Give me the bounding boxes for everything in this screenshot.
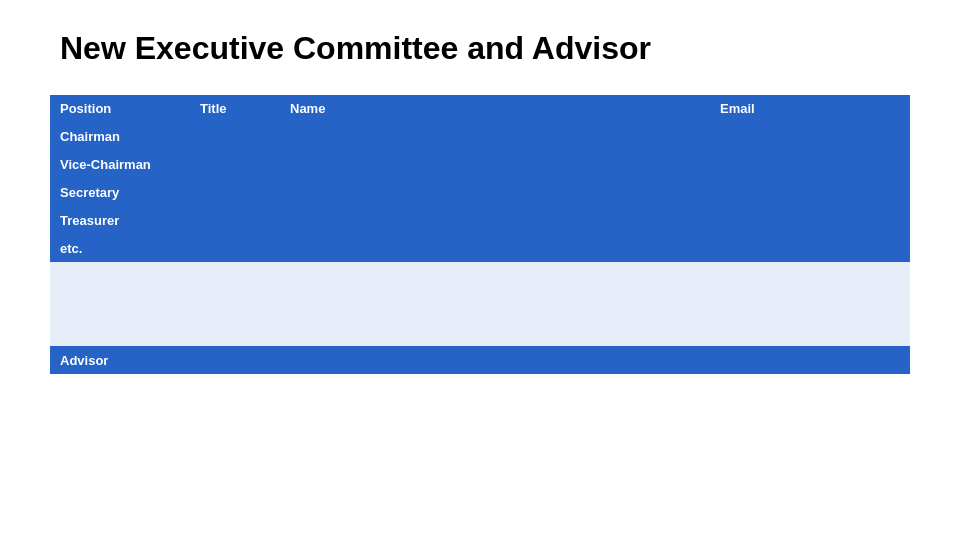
cell-name [280, 234, 710, 262]
cell-position: Secretary [50, 178, 190, 206]
table-row: Treasurer [50, 206, 910, 234]
cell-email [710, 290, 910, 318]
cell-position: Chairman [50, 122, 190, 150]
cell-title [190, 290, 280, 318]
cell-title [190, 318, 280, 346]
cell-position [50, 318, 190, 346]
cell-email [710, 206, 910, 234]
header-position: Position [50, 95, 190, 122]
cell-title [190, 122, 280, 150]
committee-table: Position Title Name Email ChairmanVice-C… [50, 95, 910, 374]
cell-name [280, 122, 710, 150]
cell-email [710, 178, 910, 206]
cell-email [710, 234, 910, 262]
cell-email [710, 150, 910, 178]
cell-position: Vice-Chairman [50, 150, 190, 178]
cell-email [710, 318, 910, 346]
cell-title [190, 262, 280, 290]
cell-email [710, 262, 910, 290]
table-container: Position Title Name Email ChairmanVice-C… [50, 95, 910, 374]
cell-position [50, 262, 190, 290]
table-row [50, 318, 910, 346]
table-row: Advisor [50, 346, 910, 374]
cell-name [280, 178, 710, 206]
cell-title [190, 234, 280, 262]
cell-name [280, 206, 710, 234]
header-title: Title [190, 95, 280, 122]
cell-title [190, 206, 280, 234]
cell-title [190, 150, 280, 178]
header-email: Email [710, 95, 910, 122]
cell-name [280, 346, 710, 374]
cell-email [710, 122, 910, 150]
table-row: Secretary [50, 178, 910, 206]
header-name: Name [280, 95, 710, 122]
cell-position: Treasurer [50, 206, 190, 234]
table-row: Vice-Chairman [50, 150, 910, 178]
cell-name [280, 262, 710, 290]
cell-email [710, 346, 910, 374]
table-row [50, 290, 910, 318]
table-row [50, 262, 910, 290]
table-row: Chairman [50, 122, 910, 150]
cell-name [280, 318, 710, 346]
cell-name [280, 290, 710, 318]
cell-position [50, 290, 190, 318]
table-row: etc. [50, 234, 910, 262]
page-title: New Executive Committee and Advisor [60, 30, 651, 67]
cell-title [190, 178, 280, 206]
cell-name [280, 150, 710, 178]
cell-position: Advisor [50, 346, 190, 374]
cell-position: etc. [50, 234, 190, 262]
page: New Executive Committee and Advisor Posi… [0, 0, 960, 540]
cell-title [190, 346, 280, 374]
table-header-row: Position Title Name Email [50, 95, 910, 122]
